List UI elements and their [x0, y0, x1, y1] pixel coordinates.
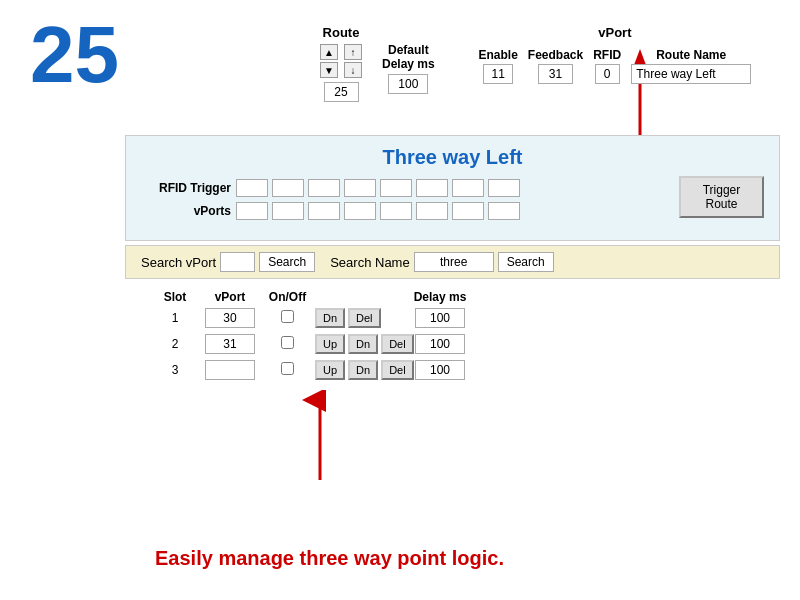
panel-title: Three way Left [141, 146, 764, 169]
route-up-outline[interactable]: ↑ [344, 44, 362, 60]
col-header-slot: Slot [150, 290, 200, 304]
route-down-filled[interactable]: ▼ [320, 62, 338, 78]
default-delay-input[interactable] [388, 74, 428, 94]
search-name-label: Search Name [330, 255, 409, 270]
rfid-trigger-1[interactable] [236, 179, 268, 197]
slot-num-3: 3 [150, 363, 200, 377]
route-label: Route [323, 25, 360, 40]
search-vport-input[interactable] [220, 252, 255, 272]
enable-label: Enable [478, 48, 517, 62]
vport-label: vPort [598, 25, 631, 40]
rfid-trigger-5[interactable] [380, 179, 412, 197]
search-vport-button[interactable]: Search [259, 252, 315, 272]
slot-delay-1[interactable] [415, 308, 465, 328]
col-header-onoff: On/Off [260, 290, 315, 304]
rfid-trigger-6[interactable] [416, 179, 448, 197]
search-name-input[interactable] [414, 252, 494, 272]
feedback-label: Feedback [528, 48, 583, 62]
slot-delay-2[interactable] [415, 334, 465, 354]
slot-checkbox-1[interactable] [281, 310, 294, 323]
vport-3[interactable] [308, 202, 340, 220]
slot-dn-btn-3[interactable]: Dn [348, 360, 378, 380]
col-header-delay: Delay ms [405, 290, 475, 304]
vport-7[interactable] [452, 202, 484, 220]
route-number-input[interactable] [324, 82, 359, 102]
route-name-input[interactable] [631, 64, 751, 84]
rfid-trigger-3[interactable] [308, 179, 340, 197]
slot-vport-3[interactable] [205, 360, 255, 380]
rfid-trigger-2[interactable] [272, 179, 304, 197]
big-number: 25 [30, 15, 119, 95]
slot-dn-btn-1[interactable]: Dn [315, 308, 345, 328]
table-row: 1 Dn Del [140, 308, 765, 328]
vport-8[interactable] [488, 202, 520, 220]
rfid-trigger-label: RFID Trigger [141, 181, 231, 195]
rfid-input[interactable] [595, 64, 620, 84]
bottom-annotation-text: Easily manage three way point logic. [155, 547, 504, 570]
vport-6[interactable] [416, 202, 448, 220]
vport-4[interactable] [344, 202, 376, 220]
slot-checkbox-3[interactable] [281, 362, 294, 375]
rfid-trigger-7[interactable] [452, 179, 484, 197]
vport-1[interactable] [236, 202, 268, 220]
route-name-label: Route Name [656, 48, 726, 62]
slot-vport-2[interactable] [205, 334, 255, 354]
slot-up-btn-3[interactable]: Up [315, 360, 345, 380]
route-down-outline[interactable]: ↓ [344, 62, 362, 78]
enable-input[interactable] [483, 64, 513, 84]
slot-up-btn-2[interactable]: Up [315, 334, 345, 354]
search-name-group: Search Name Search [330, 252, 554, 272]
feedback-input[interactable] [538, 64, 573, 84]
vports-label: vPorts [141, 204, 231, 218]
search-vport-label: Search vPort [141, 255, 216, 270]
default-delay-label: DefaultDelay ms [382, 43, 435, 72]
vport-2[interactable] [272, 202, 304, 220]
search-vport-group: Search vPort Search [141, 252, 315, 272]
slot-checkbox-2[interactable] [281, 336, 294, 349]
slot-num-2: 2 [150, 337, 200, 351]
rfid-trigger-4[interactable] [344, 179, 376, 197]
slot-delay-3[interactable] [415, 360, 465, 380]
trigger-route-button[interactable]: Trigger Route [679, 176, 764, 218]
up-arrow-annotation [290, 390, 350, 490]
rfid-trigger-inputs [236, 179, 520, 197]
rfid-label: RFID [593, 48, 621, 62]
rfid-trigger-8[interactable] [488, 179, 520, 197]
col-header-vport: vPort [200, 290, 260, 304]
slot-del-btn-1[interactable]: Del [348, 308, 381, 328]
table-row: 2 Up Dn Del [140, 334, 765, 354]
vport-5[interactable] [380, 202, 412, 220]
search-name-button[interactable]: Search [498, 252, 554, 272]
slot-del-btn-3[interactable]: Del [381, 360, 414, 380]
slot-vport-1[interactable] [205, 308, 255, 328]
route-up-filled[interactable]: ▲ [320, 44, 338, 60]
vports-inputs [236, 202, 520, 220]
slot-num-1: 1 [150, 311, 200, 325]
table-row: 3 Up Dn Del [140, 360, 765, 380]
slot-del-btn-2[interactable]: Del [381, 334, 414, 354]
slot-dn-btn-2[interactable]: Dn [348, 334, 378, 354]
